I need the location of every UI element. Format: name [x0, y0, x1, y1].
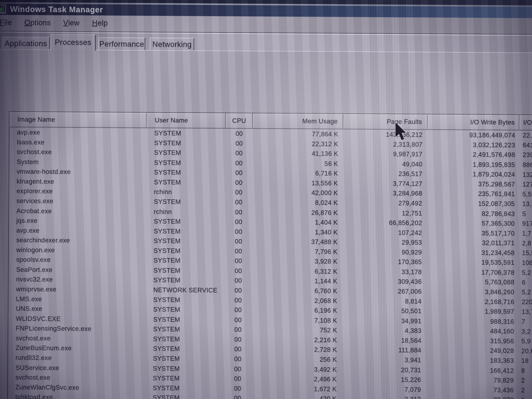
cell-name: lsass.exe	[9, 137, 147, 148]
cell-name: vmware-hostd.exe	[9, 166, 146, 177]
cell-name: LMS.exe	[8, 294, 146, 304]
cell-io_more: 5,59	[519, 189, 532, 199]
column-header-i-o[interactable]: I/O	[519, 115, 532, 131]
cell-cpu: 00	[224, 364, 251, 374]
column-header-i-o-write-bytes[interactable]: I/O Write Bytes	[428, 114, 519, 131]
cell-faults: 3,941	[342, 355, 426, 365]
cell-cpu: 00	[224, 335, 251, 345]
cell-io_more: 13,9	[519, 199, 532, 209]
cell-mem: 1,340 K	[252, 227, 343, 237]
cell-cpu: 00	[225, 305, 252, 315]
cell-io_write: 35,517,170	[427, 228, 519, 238]
tab-performance[interactable]: Performance	[98, 37, 145, 51]
cell-io_more: 2	[518, 385, 532, 395]
cell-name: wmiprvse.exe	[8, 284, 146, 295]
cell-cpu: 00	[224, 374, 251, 384]
cell-io_write: 79,829	[426, 375, 518, 385]
menu-item-view[interactable]: View	[57, 18, 86, 28]
window-title: Windows Task Manager	[10, 5, 103, 14]
cell-io_more: 1,7	[519, 228, 532, 239]
cell-faults: 279,492	[343, 198, 427, 208]
cell-faults: 309,436	[342, 277, 427, 287]
cell-mem: 6,716 K	[253, 168, 343, 178]
cell-io_more: 3,2	[518, 327, 532, 337]
cell-mem: 7,796 K	[252, 247, 343, 257]
cell-io_write: 2,168,716	[426, 297, 519, 307]
cell-cpu: 00	[225, 285, 252, 296]
cell-mem: 37,488 K	[252, 237, 343, 247]
cell-user: SYSTEM	[145, 354, 224, 364]
cell-name: ZuneWlanCfgSvc.exe	[8, 382, 145, 393]
cell-faults: 20,731	[342, 365, 426, 375]
cell-faults: 49,040	[343, 159, 427, 169]
cell-mem: 2,068 K	[252, 295, 342, 306]
cell-io_more: 5,9	[518, 336, 532, 346]
cell-io_write: 73,270	[426, 394, 518, 399]
cell-cpu: 00	[224, 344, 251, 354]
cell-name: nvsvc32.exe	[9, 274, 146, 285]
cell-name: services.exe	[9, 196, 146, 207]
cell-user: SYSTEM	[146, 255, 225, 266]
cell-mem: 22,312 K	[253, 139, 343, 149]
cell-faults: 2,313,807	[343, 139, 428, 149]
cell-io_write: 57,365,300	[427, 218, 519, 228]
cell-mem: 42,000 K	[252, 188, 343, 198]
cell-mem: 8,024 K	[252, 197, 343, 208]
tab-applications[interactable]: Applications	[2, 37, 50, 50]
cell-io_write: 1,989,597	[426, 306, 519, 317]
cell-faults: 33,178	[342, 267, 427, 277]
cell-cpu: 00	[225, 207, 252, 217]
cell-name: jqs.exe	[9, 215, 146, 226]
cell-cpu: 00	[225, 187, 253, 197]
cell-io_more: 2,8	[519, 238, 532, 248]
column-header-image-name[interactable]: Image Name	[9, 112, 147, 128]
cell-io_write: 2,491,576,498	[428, 149, 519, 160]
cell-user: rchinn	[146, 207, 225, 217]
tab-processes[interactable]: Processes	[51, 34, 96, 51]
cell-cpu: 00	[225, 197, 252, 207]
cell-user: SYSTEM	[146, 304, 225, 315]
cell-user: SYSTEM	[146, 334, 225, 344]
tab-page: Image NameUser NameCPUMem UsagePage Faul…	[0, 49, 532, 399]
cell-cpu: 00	[225, 256, 252, 266]
cell-mem: 1,672 K	[251, 384, 342, 394]
cell-faults: 170,365	[342, 257, 427, 267]
cell-name: SUService.exe	[8, 362, 145, 373]
cell-user: SYSTEM	[146, 197, 225, 207]
cell-io_more: 18	[518, 356, 532, 366]
menu-item-help[interactable]: Help	[86, 19, 114, 29]
cell-io_more: 1	[518, 395, 532, 399]
tab-networking[interactable]: Networking	[150, 38, 194, 51]
cell-mem: 6,196 K	[252, 305, 342, 316]
cell-io_write: 1,893,195,835	[427, 159, 519, 170]
cell-faults: 7,079	[342, 384, 426, 394]
cell-io_more: 220,3	[518, 297, 532, 307]
cell-io_more: 22,4	[519, 130, 532, 140]
cell-user: SYSTEM	[146, 295, 225, 305]
cell-name: SeaPort.exe	[9, 265, 146, 275]
cell-faults: 107,242	[342, 228, 427, 238]
menu-item-options[interactable]: Options	[18, 18, 57, 28]
column-header-page-faults[interactable]: Page Faults	[343, 114, 428, 130]
cell-user: SYSTEM	[146, 324, 225, 334]
column-header-cpu[interactable]: CPU	[226, 113, 253, 129]
cell-mem: 3,492 K	[251, 364, 342, 374]
cell-faults: 50,501	[342, 306, 426, 316]
cell-name: svchost.exe	[8, 333, 146, 344]
cell-name: FNPLicensingService.exe	[8, 323, 146, 334]
column-header-mem-usage[interactable]: Mem Usage	[253, 114, 343, 129]
column-header-user-name[interactable]: User Name	[147, 113, 226, 128]
cell-io_write: 166,412	[426, 365, 518, 375]
cell-user: SYSTEM	[145, 393, 224, 399]
cell-cpu: 00	[224, 393, 251, 399]
cell-user: SYSTEM	[145, 363, 224, 374]
cell-mem: 56 K	[253, 158, 343, 169]
cell-io_write: 3,846,260	[426, 287, 519, 297]
cell-faults: 3,284,968	[343, 188, 427, 198]
menu-item-file[interactable]: File	[0, 18, 18, 28]
cell-faults: 3,774,127	[343, 178, 427, 189]
cell-io_write: 93,186,449,074	[428, 130, 519, 140]
cell-name: ZuneBusEnum.exe	[8, 343, 146, 354]
cell-mem: 1,404 K	[252, 217, 343, 227]
cell-cpu: 00	[225, 227, 252, 237]
